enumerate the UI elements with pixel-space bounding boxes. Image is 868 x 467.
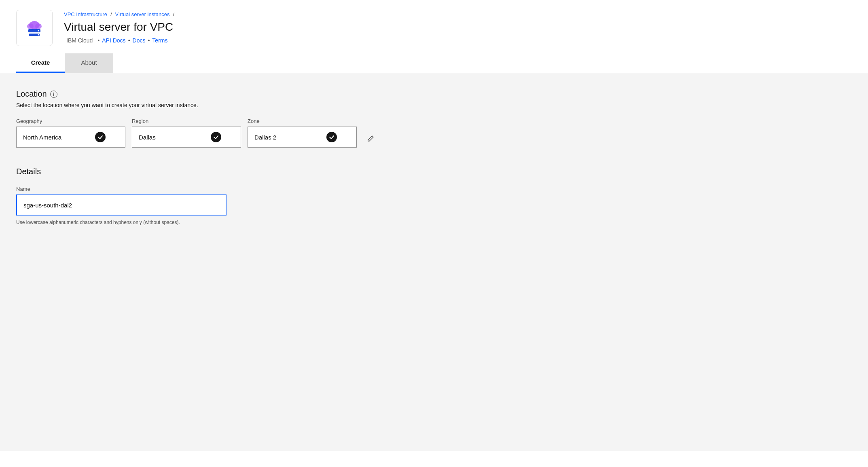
api-docs-link[interactable]: API Docs xyxy=(102,37,125,44)
zone-dropdown[interactable]: Dallas 2 xyxy=(248,127,357,148)
zone-group: Zone Dallas 2 xyxy=(248,118,357,148)
details-section: Details Name Use lowercase alphanumeric … xyxy=(16,167,852,225)
location-section: Location i Select the location where you… xyxy=(16,89,852,148)
tab-about[interactable]: About xyxy=(65,53,113,73)
provider-label: IBM Cloud xyxy=(66,37,93,44)
location-title: Location i xyxy=(16,89,852,99)
location-description: Select the location where you want to cr… xyxy=(16,102,852,108)
dot-3: • xyxy=(148,37,150,44)
name-hint: Use lowercase alphanumeric characters an… xyxy=(16,220,227,225)
region-label: Region xyxy=(132,118,241,124)
breadcrumb-sep-2: / xyxy=(173,11,174,17)
dot-1: • xyxy=(97,37,100,44)
svg-point-5 xyxy=(38,30,39,32)
geography-dropdown[interactable]: North America xyxy=(16,127,125,148)
page-links: IBM Cloud • API Docs • Docs • Terms xyxy=(64,37,852,44)
name-input[interactable] xyxy=(16,194,227,216)
region-dropdown[interactable]: Dallas xyxy=(132,127,241,148)
geography-label: Geography xyxy=(16,118,125,124)
geography-check-icon xyxy=(95,132,106,142)
breadcrumb: VPC Infrastructure / Virtual server inst… xyxy=(64,11,852,17)
dropdowns-row: Geography North America Region Dallas xyxy=(16,118,852,148)
region-value: Dallas xyxy=(139,134,211,141)
main-content: Location i Select the location where you… xyxy=(0,73,868,451)
geography-group: Geography North America xyxy=(16,118,125,148)
zone-value: Dallas 2 xyxy=(254,134,326,141)
geography-value: North America xyxy=(23,134,95,141)
page-header: VPC Infrastructure / Virtual server inst… xyxy=(0,0,868,46)
breadcrumb-vpc-infra[interactable]: VPC Infrastructure xyxy=(64,11,107,17)
edit-location-button[interactable] xyxy=(363,131,378,146)
svg-point-2 xyxy=(35,23,42,29)
breadcrumb-sep-1: / xyxy=(110,11,112,17)
header-info: VPC Infrastructure / Virtual server inst… xyxy=(64,10,852,44)
zone-check-icon xyxy=(326,132,337,142)
page-title: Virtual server for VPC xyxy=(64,20,852,34)
service-icon xyxy=(16,10,53,46)
name-label: Name xyxy=(16,186,227,192)
tab-create[interactable]: Create xyxy=(16,53,65,73)
docs-link[interactable]: Docs xyxy=(133,37,146,44)
name-field-group: Name Use lowercase alphanumeric characte… xyxy=(16,186,227,225)
terms-link[interactable]: Terms xyxy=(152,37,167,44)
svg-point-6 xyxy=(38,34,39,36)
tabs-bar: Create About xyxy=(0,53,868,73)
dot-2: • xyxy=(128,37,130,44)
breadcrumb-virtual-servers[interactable]: Virtual server instances xyxy=(115,11,170,17)
region-check-icon xyxy=(211,132,221,142)
region-group: Region Dallas xyxy=(132,118,241,148)
location-info-icon[interactable]: i xyxy=(50,91,57,98)
svg-point-1 xyxy=(27,23,34,29)
details-title: Details xyxy=(16,167,852,176)
zone-label: Zone xyxy=(248,118,357,124)
